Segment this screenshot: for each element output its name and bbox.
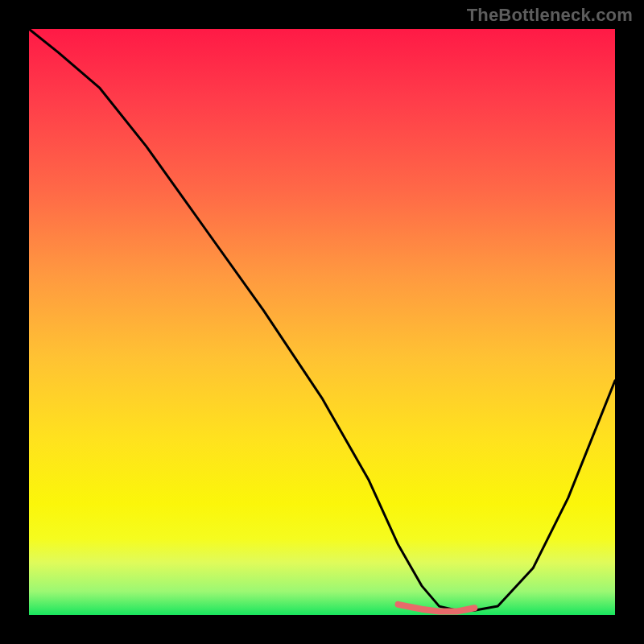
plot-area xyxy=(29,29,615,615)
curve-layer xyxy=(29,29,615,615)
chart-frame: TheBottleneck.com xyxy=(0,0,644,644)
highlight-segment xyxy=(398,605,475,612)
bottleneck-curve xyxy=(29,29,615,610)
watermark-label: TheBottleneck.com xyxy=(467,5,633,26)
